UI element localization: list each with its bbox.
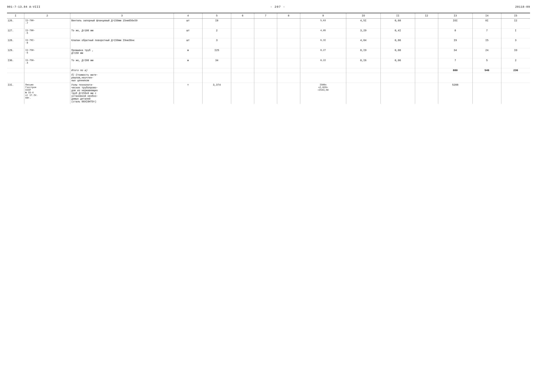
- table-cell: [346, 68, 380, 73]
- table-cell: [174, 73, 202, 83]
- spacer-cell: [231, 25, 254, 28]
- spacer-cell: [203, 35, 231, 38]
- table-cell: 5208: [438, 83, 472, 104]
- table-cell: [24, 73, 70, 83]
- spacer-cell: [346, 45, 380, 48]
- page-header: 901-7-13.84 A-VIII - 207 - 20118-09: [7, 5, 530, 9]
- table-row: Итого по а)880546236: [7, 68, 530, 73]
- spacer-cell: [231, 65, 254, 68]
- table-row: I30.I2-758- -4То же, Д=I08 ммм340,220,I6…: [7, 58, 530, 65]
- table-cell: 4,5I: [346, 19, 380, 25]
- table-cell: 0,I9: [346, 48, 380, 55]
- table-cell: [277, 73, 300, 83]
- table-cell: I30.: [7, 58, 24, 65]
- table-cell: [174, 68, 202, 73]
- spacer-cell: [501, 25, 530, 28]
- table-cell: [231, 73, 254, 83]
- spacer-cell: [203, 45, 231, 48]
- table-cell: Письмо Госстроя СССР № 33-4 от 17.IV. 69…: [24, 83, 70, 104]
- table-cell: 8I: [472, 19, 501, 25]
- table-cell: [7, 73, 24, 83]
- table-cell: 4,84: [346, 38, 380, 45]
- spacer-cell: [277, 65, 300, 68]
- spacer-cell: [472, 45, 501, 48]
- spacer-cell: [254, 65, 277, 68]
- spacer-cell: [438, 55, 472, 58]
- table-cell: 3: [203, 38, 231, 45]
- table-cell: Вентиль запорный фланцевый Д=150мм 15нж6…: [70, 19, 174, 25]
- table-cell: 3,29: [346, 28, 380, 35]
- spacer-cell: [501, 35, 530, 38]
- spacer-cell: [203, 65, 231, 68]
- spacer-cell: [70, 45, 174, 48]
- spacer-cell: [415, 45, 438, 48]
- table-cell: 0,I6: [346, 58, 380, 65]
- table-cell: [380, 68, 415, 73]
- table-cell: I9: [438, 38, 472, 45]
- table-cell: [501, 73, 530, 83]
- spacer-cell: [231, 45, 254, 48]
- table-cell: 0,06: [380, 58, 415, 65]
- table-cell: [277, 83, 300, 104]
- spacer-cell: [70, 65, 174, 68]
- spacer-cell: [501, 45, 530, 48]
- spacer-cell: [415, 55, 438, 58]
- table-cell: [277, 38, 300, 45]
- table-cell: [254, 83, 277, 104]
- spacer-row: [7, 35, 530, 38]
- table-cell: I2-758- -5: [24, 48, 70, 55]
- spacer-cell: [277, 35, 300, 38]
- table-cell: [415, 19, 438, 25]
- table-cell: 6,3I: [300, 38, 346, 45]
- table-cell: 3,374: [203, 83, 231, 104]
- col-header-4: 4: [174, 13, 202, 19]
- table-cell: [203, 73, 231, 83]
- table-row: 129.I2-758- -5Промывка труб , Д=150 мммI…: [7, 48, 530, 55]
- table-cell: 546: [472, 68, 501, 73]
- table-cell: I500х хI,029= =I543,50: [300, 83, 346, 104]
- spacer-row: [7, 45, 530, 48]
- spacer-cell: [24, 65, 70, 68]
- spacer-cell: [254, 35, 277, 38]
- col-header-8: 8: [277, 13, 300, 19]
- spacer-cell: [254, 45, 277, 48]
- spacer-row: [7, 55, 530, 58]
- table-cell: I2-758- -4: [24, 58, 70, 65]
- spacer-cell: [277, 55, 300, 58]
- spacer-cell: [472, 55, 501, 58]
- table-cell: [254, 38, 277, 45]
- table-cell: 0,86: [380, 38, 415, 45]
- table-cell: [415, 68, 438, 73]
- column-header-row: I 2 3 4 5 6 7 8 9 IO II I2 I3 I4 I5: [7, 13, 530, 19]
- spacer-cell: [346, 35, 380, 38]
- table-cell: 236: [501, 68, 530, 73]
- table-cell: [277, 58, 300, 65]
- table-cell: I3I.: [7, 83, 24, 104]
- spacer-cell: [438, 45, 472, 48]
- table-row: б) Стоимость мате- риалов,неучтен- ных ц…: [7, 73, 530, 83]
- spacer-cell: [70, 35, 174, 38]
- table-cell: [277, 48, 300, 55]
- table-cell: I25: [203, 48, 231, 55]
- table-cell: Клапан обратный поворотный Д=150мм I9нж3…: [70, 38, 174, 45]
- table-cell: IO: [501, 48, 530, 55]
- spacer-cell: [472, 65, 501, 68]
- spacer-cell: [415, 65, 438, 68]
- table-cell: 0,4I: [380, 28, 415, 35]
- table-cell: [254, 58, 277, 65]
- table-cell: 129.: [7, 48, 24, 55]
- col-header-15: I5: [501, 13, 530, 19]
- col-header-12: I2: [415, 13, 438, 19]
- spacer-cell: [203, 55, 231, 58]
- header-drawing-number: 20118-09: [515, 5, 530, 9]
- spacer-cell: [438, 25, 472, 28]
- table-cell: [380, 73, 415, 83]
- table-cell: 128.: [7, 38, 24, 45]
- table-cell: 2: [501, 58, 530, 65]
- table-cell: 126.: [7, 19, 24, 25]
- table-cell: 8: [438, 28, 472, 35]
- table-body: 126.I2-790- -7Вентиль запорный фланцевый…: [7, 19, 530, 104]
- table-row: 126.I2-790- -7Вентиль запорный фланцевый…: [7, 19, 530, 25]
- table-cell: шт: [174, 28, 202, 35]
- spacer-cell: [300, 25, 346, 28]
